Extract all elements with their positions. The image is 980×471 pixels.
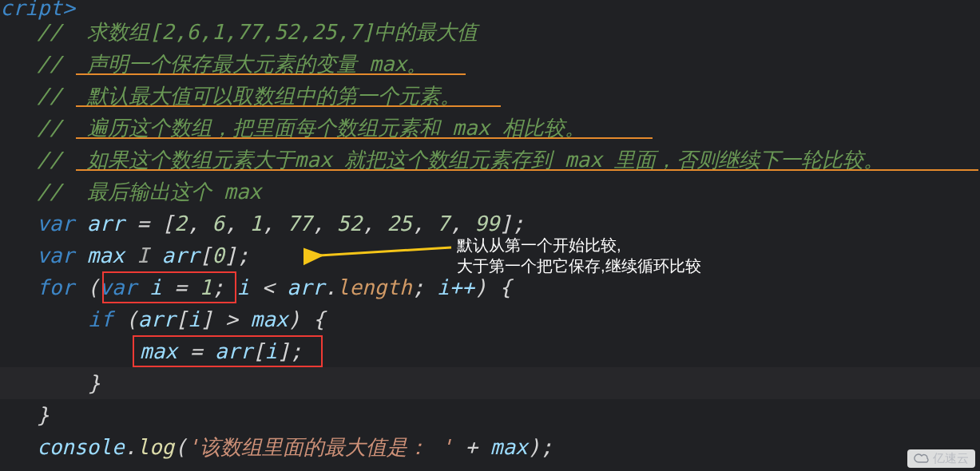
comment-line-2: // 声明一个保存最大元素的变量 max。 — [0, 48, 980, 80]
comment-line-3: // 默认最大值可以取数组中的第一个元素。 — [0, 80, 980, 112]
underline-1 — [76, 73, 466, 75]
code-line-if: if (arr[i] > max) { — [0, 303, 980, 335]
code-line-console-log: console.log('该数组里面的最大值是： ' + max); — [0, 431, 980, 463]
comment-line-4: // 遍历这个数组，把里面每个数组元素和 max 相比较。 — [0, 112, 980, 144]
underline-4 — [76, 169, 978, 171]
annotation-text: 默认从第一个开始比较, 大于第一个把它保存,继续循环比较 — [457, 235, 701, 276]
comment-line-1: // 求数组[2,6,1,77,52,25,7]中的最大值 — [0, 16, 980, 48]
comment-line-5: // 如果这个数组元素大于max 就把这个数组元素存到 max 里面，否则继续下… — [0, 144, 980, 176]
code-fragment-top: cript> — [0, 0, 980, 16]
underline-2 — [76, 105, 501, 107]
redbox-for-init — [102, 271, 236, 303]
code-line-close-for: } — [0, 399, 980, 431]
comment-line-6: // 最后输出这个 max — [0, 176, 980, 208]
underline-3 — [76, 137, 653, 139]
code-editor[interactable]: cript> // 求数组[2,6,1,77,52,25,7]中的最大值 // … — [0, 0, 980, 463]
watermark: 亿速云 — [907, 449, 975, 468]
code-line-close-if: } — [0, 367, 980, 399]
redbox-assign — [133, 335, 323, 367]
